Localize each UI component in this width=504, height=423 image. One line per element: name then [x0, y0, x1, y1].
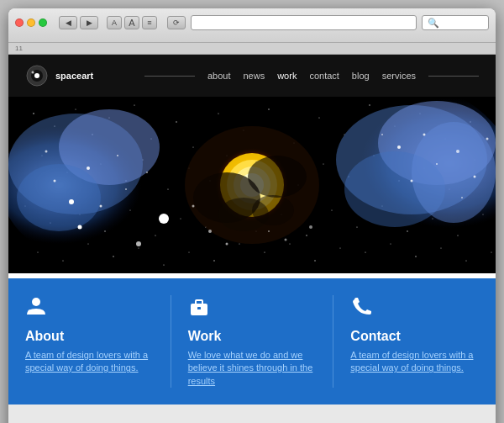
- browser-controls: ◀ ▶ A A ≡ ⟳: [15, 15, 489, 30]
- svg-point-126: [381, 134, 383, 135]
- work-title: Work: [188, 329, 317, 344]
- nav-blog[interactable]: blog: [352, 71, 370, 81]
- browser-window: ◀ ▶ A A ≡ ⟳ 11: [8, 8, 496, 423]
- svg-point-93: [45, 151, 48, 153]
- font-buttons: A A ≡: [107, 16, 157, 29]
- refresh-button[interactable]: ⟳: [167, 16, 186, 29]
- address-input[interactable]: [191, 15, 417, 30]
- svg-point-118: [412, 122, 496, 223]
- work-card: Work We love what we do and we believe i…: [188, 295, 317, 388]
- svg-point-122: [411, 180, 413, 182]
- svg-point-89: [117, 155, 118, 156]
- traffic-lights: [15, 19, 47, 27]
- svg-point-73: [290, 244, 291, 245]
- contact-link[interactable]: A team of design lovers with a special w…: [350, 349, 479, 375]
- svg-point-90: [100, 205, 102, 208]
- reader-button[interactable]: ≡: [142, 16, 157, 29]
- nav-about[interactable]: about: [207, 71, 231, 81]
- svg-point-88: [54, 180, 56, 182]
- back-button[interactable]: ◀: [59, 16, 77, 29]
- svg-point-69: [189, 252, 190, 253]
- svg-point-119: [397, 145, 401, 149]
- svg-point-128: [32, 298, 40, 306]
- tab-bar: 11: [8, 43, 496, 55]
- svg-point-86: [69, 199, 74, 204]
- svg-point-109: [285, 239, 287, 241]
- close-button[interactable]: [15, 19, 24, 27]
- svg-point-110: [192, 205, 195, 208]
- work-link[interactable]: We love what we do and we believe it shi…: [188, 349, 317, 388]
- website-content: spaceart about news work contact blog se…: [8, 55, 496, 423]
- svg-point-80: [465, 260, 466, 261]
- svg-point-68: [163, 264, 164, 265]
- site-header: spaceart about news work contact blog se…: [8, 55, 496, 97]
- svg-point-112: [226, 243, 228, 246]
- svg-point-63: [38, 252, 39, 253]
- nav-line-left: [144, 76, 195, 77]
- nav-services[interactable]: services: [382, 71, 416, 81]
- cards-section: About A team of design lovers with a spe…: [8, 278, 496, 404]
- svg-point-81: [491, 252, 492, 253]
- logo-icon: [25, 64, 49, 87]
- search-input[interactable]: [422, 15, 489, 30]
- light-section: [8, 404, 496, 423]
- card-divider-2: [333, 295, 333, 388]
- svg-point-107: [136, 241, 141, 246]
- svg-point-121: [436, 163, 438, 165]
- svg-point-120: [423, 134, 426, 136]
- svg-point-94: [146, 172, 148, 173]
- svg-point-70: [213, 260, 214, 261]
- browser-chrome: ◀ ▶ A A ≡ ⟳: [8, 8, 496, 43]
- svg-point-91: [78, 225, 82, 230]
- nav-news[interactable]: news: [243, 71, 265, 81]
- nav-contact[interactable]: contact: [309, 71, 339, 81]
- svg-point-71: [239, 244, 240, 245]
- svg-point-108: [208, 230, 212, 233]
- maximize-button[interactable]: [39, 19, 47, 27]
- svg-point-5: [33, 113, 34, 114]
- about-icon: [25, 295, 154, 322]
- svg-point-125: [461, 197, 463, 198]
- forward-button[interactable]: ▶: [80, 16, 98, 29]
- font-large-button[interactable]: A: [124, 16, 139, 29]
- svg-point-127: [486, 138, 489, 140]
- svg-point-123: [456, 150, 459, 153]
- minimize-button[interactable]: [27, 19, 35, 27]
- svg-point-64: [62, 260, 63, 261]
- space-illustration: [8, 97, 496, 273]
- about-card: About A team of design lovers with a spe…: [25, 295, 154, 388]
- svg-point-85: [17, 164, 101, 231]
- nav-buttons: ◀ ▶: [59, 16, 98, 29]
- svg-point-92: [125, 188, 127, 190]
- svg-point-87: [87, 167, 90, 170]
- contact-title: Contact: [350, 329, 479, 344]
- nav-work[interactable]: work: [277, 71, 297, 81]
- svg-point-14: [218, 113, 218, 114]
- svg-rect-132: [197, 307, 201, 309]
- work-icon: [188, 295, 317, 322]
- logo-area: spaceart: [25, 64, 93, 87]
- tab-indicator: 11: [15, 45, 23, 52]
- svg-rect-131: [196, 300, 202, 304]
- address-bar-area: ⟳: [167, 15, 489, 30]
- contact-icon: [350, 295, 479, 322]
- nav-links: about news work contact blog services: [207, 71, 416, 81]
- svg-point-3: [32, 71, 34, 74]
- svg-point-72: [264, 251, 265, 252]
- svg-point-124: [474, 176, 476, 178]
- about-title: About: [25, 329, 154, 344]
- svg-point-74: [314, 260, 315, 261]
- logo-text: spaceart: [55, 71, 93, 81]
- site-nav: about news work contact blog services: [144, 71, 479, 81]
- nav-line-right: [428, 76, 479, 77]
- font-small-button[interactable]: A: [107, 16, 122, 29]
- hero-section: [8, 97, 496, 273]
- contact-card: Contact A team of design lovers with a s…: [350, 295, 479, 388]
- card-divider-1: [171, 295, 171, 388]
- about-link[interactable]: A team of design lovers with a special w…: [25, 349, 154, 375]
- svg-point-2: [34, 73, 39, 78]
- svg-point-129: [28, 309, 33, 315]
- svg-point-113: [268, 230, 270, 232]
- svg-point-106: [161, 216, 166, 221]
- svg-point-16: [268, 108, 269, 109]
